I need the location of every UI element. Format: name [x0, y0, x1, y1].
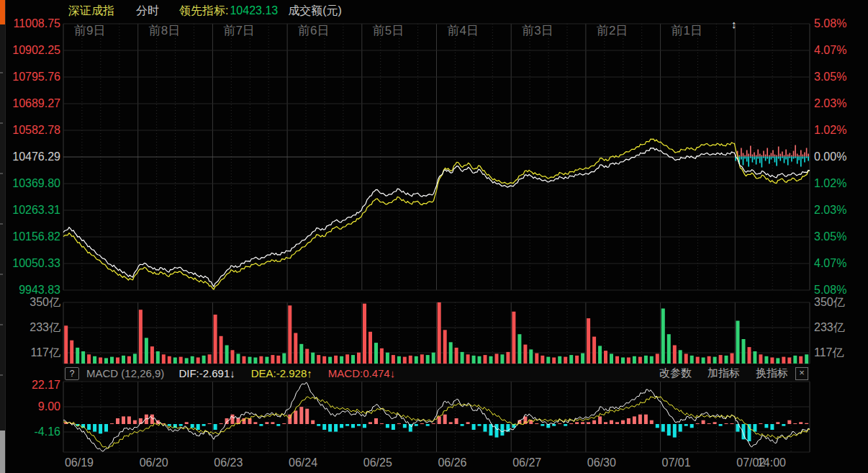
price-axis-label: 10476.29 [3, 150, 60, 163]
date-label: 06/26 [422, 456, 483, 469]
date-label: 06/25 [348, 456, 408, 469]
macd-axis-label: 22.17 [3, 379, 60, 392]
view-mode-label[interactable]: 分时 [136, 4, 159, 19]
day-label: 前8日 [149, 24, 180, 37]
pct-axis-label: 3.05% [814, 71, 846, 84]
leading-indicator-label: 领先指标: [179, 4, 228, 19]
switch-indicator-button[interactable]: 换指标 [756, 366, 788, 380]
dea-arrow-icon: ↑ [307, 367, 312, 379]
pct-axis-label: 3.05% [814, 230, 846, 243]
date-label: 06/23 [198, 456, 258, 469]
dif-value: DIF:-2.691↓ [178, 367, 235, 379]
app-window: 深证成指 分时 领先指标: 10423.13 成交额(元) ↕ ? MACD (… [0, 0, 868, 473]
turnover-label: 成交额(元) [288, 4, 342, 19]
volume-axis-label: 233亿 [3, 321, 60, 334]
date-label: 06/30 [571, 456, 632, 469]
dif-arrow-icon: ↓ [230, 367, 235, 379]
day-label: 前5日 [373, 24, 404, 37]
pct-axis-label: 1.02% [814, 124, 846, 137]
pct-axis-label: 1.02% [814, 177, 846, 190]
date-label: 07/01 [646, 456, 707, 469]
day-label: 前9日 [74, 24, 105, 37]
date-label: 06/19 [49, 456, 109, 469]
price-axis-label: 10156.82 [3, 230, 60, 243]
day-label: 前6日 [298, 24, 329, 37]
chart-canvas[interactable] [0, 0, 868, 473]
resize-handle-icon[interactable]: ↕ [731, 18, 737, 30]
pct-axis-label: 4.07% [814, 257, 846, 270]
dea-value: DEA:-2.928↑ [251, 367, 312, 379]
change-params-button[interactable]: 改参数 [659, 366, 692, 380]
date-label: 14:00 [741, 456, 802, 469]
add-indicator-button[interactable]: 加指标 [707, 366, 740, 380]
price-axis-label: 10050.33 [3, 257, 60, 270]
chart-header: 深证成指 分时 领先指标: 10423.13 成交额(元) [68, 3, 342, 19]
day-label: 前1日 [672, 24, 702, 37]
price-axis-label: 10263.31 [3, 204, 60, 217]
leading-indicator-value: 10423.13 [230, 4, 278, 17]
index-name: 深证成指 [68, 4, 114, 19]
macd-toolbar: ? MACD (12,26,9) DIF:-2.691↓ DEA:-2.928↑… [63, 366, 810, 381]
volume-axis-label: 233亿 [814, 321, 845, 334]
macd-params-label: MACD (12,26,9) [86, 367, 164, 379]
volume-axis-label: 117亿 [3, 346, 60, 359]
help-icon[interactable]: ? [65, 367, 79, 380]
macd-axis-label: -4.16 [3, 425, 60, 438]
pct-axis-label: 5.08% [814, 284, 846, 297]
pct-axis-label: 5.08% [814, 17, 846, 30]
pct-axis-label: 2.03% [814, 204, 846, 217]
volume-axis-label: 350亿 [814, 296, 845, 309]
price-axis-label: 9943.83 [3, 284, 60, 297]
price-axis-label: 10369.80 [3, 177, 60, 190]
price-axis-label: 10689.27 [3, 97, 60, 110]
day-label: 前4日 [448, 24, 479, 37]
intraday-overlay-bars [735, 145, 809, 168]
price-axis-label: 10795.76 [3, 71, 60, 84]
volume-axis-label: 117亿 [814, 346, 844, 359]
macd-value: MACD:0.474↓ [328, 367, 395, 379]
volume-axis-label: 350亿 [3, 296, 60, 309]
price-axis-label: 10582.78 [3, 124, 60, 137]
day-label: 前2日 [597, 24, 628, 37]
price-axis-label: 11008.75 [3, 17, 60, 30]
date-label: 06/24 [273, 456, 333, 469]
pct-axis-label: 2.03% [814, 97, 846, 110]
macd-axis-label: 9.00 [3, 400, 60, 413]
day-label: 前7日 [223, 24, 254, 37]
date-label: 06/20 [124, 456, 184, 469]
date-label: 06/27 [497, 456, 557, 469]
macd-arrow-icon: ↓ [390, 367, 396, 379]
day-label: 前3日 [522, 24, 553, 37]
price-axis-label: 10902.25 [3, 44, 60, 57]
pct-axis-label: 0.00% [814, 150, 846, 163]
close-icon[interactable]: × [795, 367, 808, 380]
pct-axis-label: 4.07% [814, 44, 846, 57]
